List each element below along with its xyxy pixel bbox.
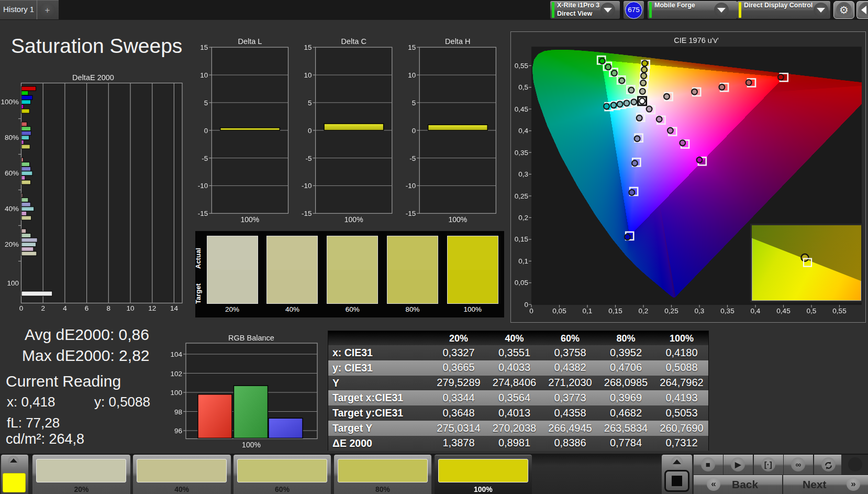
svg-text:-15: -15 [198,210,208,217]
svg-text:102: 102 [170,370,182,378]
svg-text:DeltaE 2000: DeltaE 2000 [72,73,114,82]
svg-text:40%: 40% [5,205,19,213]
svg-text:Delta L: Delta L [238,37,262,46]
svg-text:5: 5 [412,99,416,107]
svg-text:Delta H: Delta H [445,37,470,46]
svg-text:-5: -5 [202,155,208,162]
svg-text:100: 100 [7,279,19,287]
svg-text:6: 6 [85,304,89,312]
svg-text:15: 15 [408,43,416,51]
svg-text:15: 15 [200,43,208,51]
svg-text:100%: 100% [344,215,363,224]
svg-text:10: 10 [126,304,134,312]
svg-text:-10: -10 [198,182,208,190]
svg-text:RGB Balance: RGB Balance [228,334,274,342]
svg-text:-5: -5 [409,155,416,162]
svg-text:4: 4 [63,304,67,312]
svg-text:20%: 20% [5,240,19,248]
svg-text:15: 15 [304,43,312,51]
svg-text:104: 104 [170,350,182,358]
svg-text:-5: -5 [306,155,312,162]
svg-text:0: 0 [19,304,24,312]
svg-text:0: 0 [412,127,416,135]
svg-text:100%: 100% [242,441,261,449]
svg-text:10: 10 [200,71,208,79]
svg-text:100%: 100% [448,215,467,224]
svg-text:100%: 100% [1,98,19,106]
svg-text:0: 0 [308,127,312,135]
svg-text:12: 12 [148,304,156,312]
svg-text:-10: -10 [302,182,312,190]
svg-text:80%: 80% [5,134,19,141]
svg-text:10: 10 [304,71,312,79]
svg-text:5: 5 [204,99,208,107]
svg-text:0: 0 [204,127,208,135]
svg-text:5: 5 [308,99,312,107]
svg-text:60%: 60% [5,169,19,177]
svg-text:10: 10 [408,71,416,79]
svg-text:2: 2 [41,304,45,312]
svg-text:98: 98 [174,408,182,416]
svg-text:100%: 100% [240,215,259,224]
svg-text:-15: -15 [406,210,416,217]
svg-text:14: 14 [170,304,179,312]
svg-text:-15: -15 [302,210,312,217]
svg-text:96: 96 [174,427,182,435]
svg-text:Delta C: Delta C [341,37,366,46]
svg-text:-10: -10 [406,182,416,190]
svg-text:100: 100 [170,389,182,397]
svg-text:8: 8 [107,304,111,312]
